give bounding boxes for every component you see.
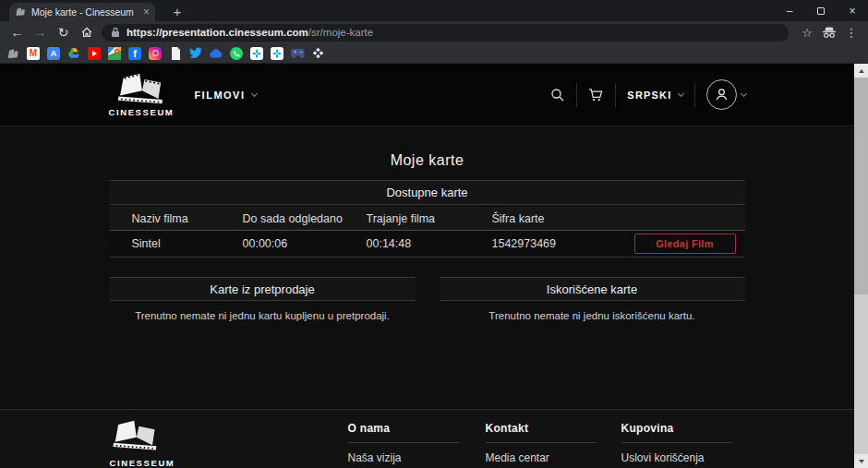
footer-logo-wordmark: CINESSEUM <box>110 458 175 468</box>
available-tickets-header: Dostupne karte <box>110 180 745 205</box>
presale-tickets-panel: Karte iz pretprodaje Trenutno nemate ni … <box>110 277 416 321</box>
footer-column-title: O nama <box>348 422 468 435</box>
bookmark-instagram-favicon[interactable] <box>148 46 163 61</box>
col-header-code: Šifra karte <box>492 212 603 225</box>
footer-column-o-nama: O nama Naša vizija Zid slavnih <box>348 422 468 468</box>
presale-tickets-header: Karte iz pretprodaje <box>110 277 416 301</box>
header-actions: SRPSKI <box>550 79 745 110</box>
chevron-down-icon <box>250 90 257 96</box>
bookmark-google-translate-favicon[interactable]: A <box>46 46 61 61</box>
footer-divider <box>348 442 459 443</box>
close-button[interactable]: × <box>837 0 868 21</box>
account-menu[interactable] <box>706 79 746 110</box>
url-text: https://presentation.cinesseum.com/sr/mo… <box>127 27 373 38</box>
bookmark-whatsapp-favicon[interactable] <box>229 46 244 61</box>
site-logo[interactable]: CINESSEUM <box>109 72 175 117</box>
tab-close-icon[interactable]: × <box>143 6 150 18</box>
footer-column-kupovina: Kupovina Uslovi korišćenja Politika priv… <box>621 422 741 468</box>
tab-strip: Moje karte - Cinesseum × + – × <box>0 0 868 21</box>
header-divider <box>576 83 577 107</box>
language-selector[interactable]: SRPSKI <box>627 90 682 101</box>
table-row: Sintel 00:00:06 00:14:48 1542973469 Gled… <box>110 231 745 258</box>
footer-divider <box>486 442 597 443</box>
bookmark-app-grid-favicon[interactable] <box>310 46 325 61</box>
col-header-name: Naziv filma <box>110 212 243 225</box>
site-header: CINESSEUM FILMOVI <box>0 64 854 126</box>
scroll-up-button[interactable] <box>854 64 868 78</box>
tickets-table-header: Naziv filma Do sada odgledano Trajanje f… <box>110 207 745 231</box>
footer-column-title: Kontakt <box>486 422 606 435</box>
footer-link-media-centar[interactable]: Media centar <box>486 451 606 464</box>
url-path-part: /sr/moje-karte <box>308 27 373 38</box>
maximize-icon <box>817 7 825 15</box>
used-tickets-header: Iskorišćene karte <box>440 277 745 301</box>
nav-filmovi-label: FILMOVI <box>194 90 245 101</box>
footer-link-nasa-vizija[interactable]: Naša vizija <box>348 451 468 464</box>
cinesseum-logo-icon <box>115 72 168 106</box>
youtube-play-icon <box>92 51 97 56</box>
used-tickets-panel: Iskorišćene karte Trenutno nemate ni jed… <box>440 277 745 321</box>
browser-tab[interactable]: Moje karte - Cinesseum × <box>9 3 155 21</box>
scroll-down-button[interactable] <box>854 454 868 468</box>
bookmark-twitter-favicon[interactable] <box>188 46 203 61</box>
home-button[interactable] <box>75 22 98 42</box>
footer-link-uslovi-koriscenja[interactable]: Uslovi korišćenja <box>621 451 741 464</box>
bookmark-document-favicon[interactable] <box>168 46 183 61</box>
col-header-watched: Do sada odgledano <box>243 212 367 225</box>
tab-title: Moje karte - Cinesseum <box>31 6 138 18</box>
cell-ticket-code: 1542973469 <box>492 237 603 250</box>
bookmark-google-drive-favicon[interactable] <box>66 46 81 61</box>
col-header-duration: Trajanje filma <box>367 212 492 225</box>
new-tab-button[interactable]: + <box>166 1 188 21</box>
page-title: Moje karte <box>0 152 854 169</box>
bookmark-telenor-favicon[interactable] <box>249 46 264 61</box>
tab-favicon-cinesseum-icon <box>15 4 26 20</box>
url-secure-part: https://presentation.cinesseum.com <box>127 27 308 38</box>
scroll-up-arrow-icon <box>859 69 864 73</box>
bookmark-cinesseum-favicon[interactable] <box>6 46 20 61</box>
cell-duration: 00:14:48 <box>367 237 492 250</box>
used-tickets-title: Iskorišćene karte <box>547 282 637 296</box>
chevron-down-icon <box>740 90 746 96</box>
footer-logo[interactable]: CINESSEUM <box>110 419 175 468</box>
bookmark-gamepad-favicon[interactable] <box>290 46 305 61</box>
available-tickets-title: Dostupne karte <box>386 186 467 199</box>
ticket-panels: Karte iz pretprodaje Trenutno nemate ni … <box>110 277 745 321</box>
address-bar[interactable]: https://presentation.cinesseum.com/sr/mo… <box>102 24 789 42</box>
header-divider <box>694 83 695 107</box>
bookmark-gmail-favicon[interactable]: M <box>26 46 41 61</box>
browser-menu-icon[interactable]: ⋮ <box>840 22 862 42</box>
site-logo-wordmark: CINESSEUM <box>109 108 175 117</box>
nav-item-filmovi[interactable]: FILMOVI <box>194 90 256 101</box>
incognito-badge-icon <box>818 22 840 42</box>
bookmark-google-maps-favicon[interactable] <box>107 46 122 61</box>
language-label: SRPSKI <box>627 90 671 101</box>
site-footer: CINESSEUM O nama Naša vizija Zid slavnih… <box>0 409 854 468</box>
bookmark-telenor-alt-favicon[interactable] <box>270 46 284 61</box>
scroll-down-arrow-icon <box>859 460 864 463</box>
bookmark-cloud-favicon[interactable] <box>209 46 223 61</box>
cart-icon[interactable] <box>588 88 604 102</box>
search-icon[interactable] <box>550 88 565 102</box>
scrollbar-thumb[interactable] <box>854 78 868 294</box>
back-button[interactable]: ← <box>6 22 29 42</box>
browser-window: Moje karte - Cinesseum × + – × ← → ↻ htt… <box>0 0 868 468</box>
maximize-button[interactable] <box>805 0 837 21</box>
used-empty-message: Trenutno nemate ni jednu iskorišćenu kar… <box>440 310 745 321</box>
lock-icon <box>111 27 120 38</box>
cinesseum-logo-icon <box>110 419 162 452</box>
bookmark-star-icon[interactable]: ☆ <box>796 22 818 42</box>
footer-column-title: Kupovina <box>621 422 741 435</box>
bookmark-facebook-favicon[interactable]: f <box>127 46 142 61</box>
minimize-button[interactable]: – <box>774 0 805 21</box>
instagram-lens-icon <box>152 50 159 56</box>
page-scrollbar[interactable] <box>854 64 868 468</box>
presale-empty-message: Trenutno nemate ni jednu kartu kupljenu … <box>110 310 416 321</box>
bookmarks-bar: M A f <box>0 43 868 64</box>
bookmark-youtube-favicon[interactable] <box>87 46 102 61</box>
reload-button[interactable]: ↻ <box>52 22 75 42</box>
footer-column-kontakt: Kontakt Media centar Investitori <box>486 422 606 468</box>
cell-watched-time: 00:00:06 <box>243 237 367 250</box>
forward-button[interactable]: → <box>29 22 52 42</box>
watch-film-button[interactable]: Gledaj Film <box>634 234 736 254</box>
